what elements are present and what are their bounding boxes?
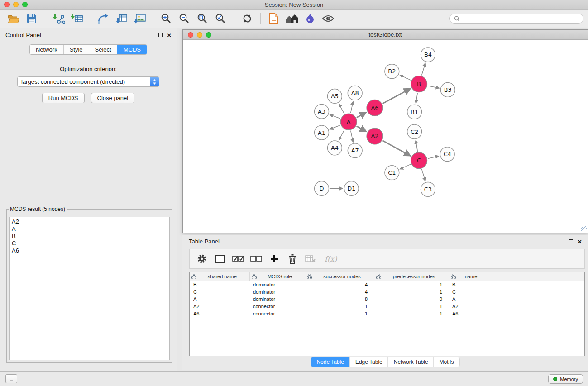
cell-shared-name[interactable]: B: [190, 281, 249, 288]
edge-C-C4[interactable]: [428, 156, 439, 159]
tab-mcds[interactable]: MCDS: [117, 45, 147, 54]
save-session-button[interactable]: [23, 11, 41, 26]
cell-shared-name[interactable]: A2: [190, 303, 249, 310]
edge-B-B1[interactable]: [416, 93, 418, 103]
node-A8[interactable]: A8: [348, 86, 362, 100]
table-row[interactable]: A6connector11A6: [190, 310, 584, 317]
node-A3[interactable]: A3: [315, 104, 329, 119]
tab-edge-table[interactable]: Edge Table: [349, 357, 388, 367]
mcds-result-item[interactable]: A6: [12, 247, 167, 254]
edge-A-A7[interactable]: [351, 131, 354, 143]
function-builder-button[interactable]: f(x): [325, 255, 337, 263]
close-panel-icon[interactable]: ×: [167, 32, 171, 38]
cell-predecessor-nodes[interactable]: 1: [374, 288, 449, 295]
add-column-button[interactable]: [268, 252, 280, 266]
edge-C-C2[interactable]: [416, 140, 417, 152]
table-row[interactable]: Adominator80A: [190, 295, 584, 303]
node-A2[interactable]: A2: [367, 128, 383, 144]
memory-button[interactable]: Memory: [548, 374, 583, 384]
deselect-all-button[interactable]: [250, 252, 262, 266]
tab-select[interactable]: Select: [89, 45, 117, 54]
import-network-button[interactable]: [49, 11, 67, 26]
tab-node-table[interactable]: Node Table: [311, 357, 349, 367]
show-hide-button[interactable]: [319, 11, 337, 26]
node-C3[interactable]: C3: [421, 182, 435, 197]
column-header-predecessor-nodes[interactable]: predecessor nodes: [374, 272, 449, 281]
node-A[interactable]: A: [340, 114, 357, 130]
criterion-dropdown[interactable]: largest connected component (directed): [17, 76, 159, 87]
network-from-selection-button[interactable]: [265, 11, 283, 26]
export-network-button[interactable]: [94, 11, 112, 26]
cell-name[interactable]: A: [449, 295, 488, 303]
node-B2[interactable]: B2: [385, 64, 399, 79]
network-graph[interactable]: B4B2BB3A5A8A6B1A3AC2A1A2A4A7C4CC1C3DD1: [183, 40, 588, 233]
edge-A-A3[interactable]: [330, 114, 340, 119]
cell-predecessor-nodes[interactable]: 0: [374, 295, 449, 303]
node-D1[interactable]: D1: [344, 181, 359, 196]
cell-name[interactable]: B: [449, 281, 488, 288]
edge-A-A8[interactable]: [351, 101, 354, 113]
float-panel-icon[interactable]: [158, 33, 163, 37]
zoom-selected-button[interactable]: [211, 11, 229, 26]
edge-A-A4[interactable]: [339, 130, 344, 140]
search-input[interactable]: [462, 15, 579, 22]
edge-B-B3[interactable]: [428, 86, 440, 88]
cell-mcds-role[interactable]: dominator: [249, 295, 305, 303]
cell-name[interactable]: C: [449, 288, 488, 295]
edge-C-C1[interactable]: [400, 164, 411, 169]
delete-column-button[interactable]: [287, 252, 298, 266]
node-table[interactable]: shared nameMCDS rolesuccessor nodesprede…: [189, 272, 585, 356]
refresh-button[interactable]: [238, 11, 256, 26]
show-columns-button[interactable]: [214, 252, 226, 266]
zoom-in-button[interactable]: [157, 11, 175, 26]
zoom-out-button[interactable]: [175, 11, 193, 26]
node-B4[interactable]: B4: [421, 48, 435, 62]
column-header-name[interactable]: name: [449, 272, 488, 281]
cell-predecessor-nodes[interactable]: 1: [374, 303, 449, 310]
column-header-shared-name[interactable]: shared name: [190, 272, 249, 281]
edge-A-A2[interactable]: [357, 126, 367, 132]
select-all-button[interactable]: [232, 252, 244, 266]
node-C2[interactable]: C2: [407, 124, 422, 139]
open-file-button[interactable]: [5, 11, 23, 26]
node-D[interactable]: D: [315, 181, 329, 196]
cell-shared-name[interactable]: A: [190, 295, 249, 303]
table-row[interactable]: Cdominator41C: [190, 288, 584, 295]
float-table-panel-icon[interactable]: [569, 239, 573, 243]
edge-B-B2[interactable]: [400, 75, 411, 80]
edge-A6-B[interactable]: [383, 88, 411, 103]
table-row[interactable]: Bdominator41B: [190, 281, 584, 288]
column-header-successor-nodes[interactable]: successor nodes: [305, 272, 374, 281]
cell-mcds-role[interactable]: connector: [249, 310, 305, 317]
cell-successor-nodes[interactable]: 1: [305, 310, 374, 317]
close-panel-button[interactable]: Close panel: [91, 93, 135, 103]
edge-A-A6[interactable]: [357, 112, 367, 118]
cell-predecessor-nodes[interactable]: 1: [374, 281, 449, 288]
cell-predecessor-nodes[interactable]: 1: [374, 310, 449, 317]
network-canvas[interactable]: B4B2BB3A5A8A6B1A3AC2A1A2A4A7C4CC1C3DD1: [183, 40, 588, 233]
cell-successor-nodes[interactable]: 1: [305, 303, 374, 310]
resize-grip-icon[interactable]: [581, 226, 587, 232]
delete-table-button[interactable]: [305, 252, 316, 266]
edge-C-C3[interactable]: [422, 169, 425, 181]
export-table-button[interactable]: [112, 11, 130, 26]
node-A1[interactable]: A1: [315, 125, 329, 140]
cell-shared-name[interactable]: C: [190, 288, 249, 295]
mcds-result-item[interactable]: B: [12, 233, 167, 240]
style-brush-button[interactable]: [301, 11, 319, 26]
cell-name[interactable]: A6: [449, 310, 488, 317]
tab-style[interactable]: Style: [63, 45, 89, 54]
node-B3[interactable]: B3: [440, 83, 455, 97]
tab-network-table[interactable]: Network Table: [388, 357, 434, 367]
cell-mcds-role[interactable]: connector: [249, 303, 305, 310]
tab-network[interactable]: Network: [30, 45, 63, 54]
node-A7[interactable]: A7: [348, 143, 362, 158]
zoom-fit-button[interactable]: [193, 11, 211, 26]
cell-successor-nodes[interactable]: 4: [305, 288, 374, 295]
node-C1[interactable]: C1: [385, 166, 399, 180]
table-row[interactable]: A2connector11A2: [190, 303, 584, 310]
column-header-mcds-role[interactable]: MCDS role: [249, 272, 305, 281]
cell-name[interactable]: A2: [449, 303, 488, 310]
cell-successor-nodes[interactable]: 4: [305, 281, 374, 288]
edge-B-B4[interactable]: [421, 63, 425, 76]
